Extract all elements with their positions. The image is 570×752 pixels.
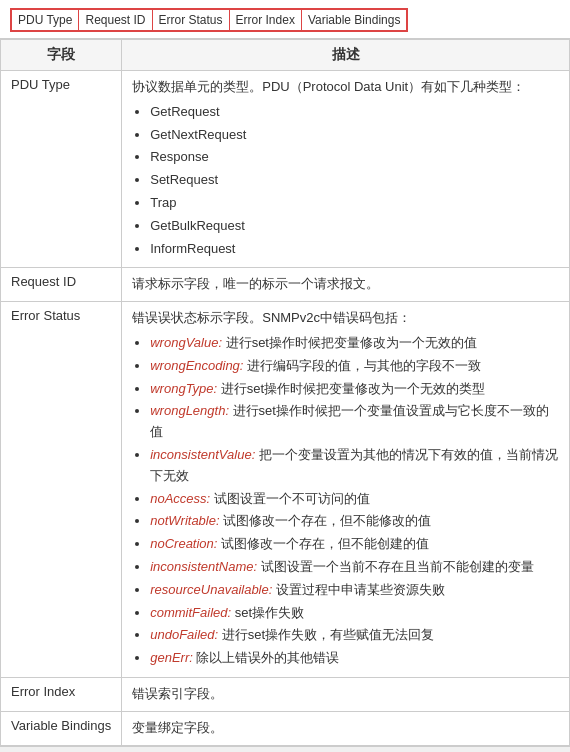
- pdu-header-table: PDU TypeRequest IDError StatusError Inde…: [10, 8, 408, 32]
- desc-text-4: 变量绑定字段。: [132, 720, 223, 735]
- desc-cell-4: 变量绑定字段。: [122, 711, 570, 745]
- list-item: InformRequest: [150, 239, 559, 260]
- list-item: wrongValue: 进行set操作时候把变量修改为一个无效的值: [150, 333, 559, 354]
- desc-cell-1: 请求标示字段，唯一的标示一个请求报文。: [122, 268, 570, 302]
- col-header-field: 字段: [1, 40, 122, 71]
- list-item-key: genErr:: [150, 650, 193, 665]
- main-content-table: 字段 描述 PDU Type协议数据单元的类型。PDU（Protocol Dat…: [0, 39, 570, 746]
- table-row: Request ID请求标示字段，唯一的标示一个请求报文。: [1, 268, 570, 302]
- table-row: Error Status错误误状态标示字段。SNMPv2c中错误码包括：wron…: [1, 302, 570, 678]
- list-item-key: wrongType:: [150, 381, 217, 396]
- list-item: GetNextRequest: [150, 125, 559, 146]
- list-item-key: wrongLength:: [150, 403, 229, 418]
- list-item-key: notWritable:: [150, 513, 219, 528]
- desc-text-3: 错误索引字段。: [132, 686, 223, 701]
- field-cell-0: PDU Type: [1, 71, 122, 268]
- list-item-key: noCreation:: [150, 536, 217, 551]
- field-cell-1: Request ID: [1, 268, 122, 302]
- list-item: commitFailed: set操作失败: [150, 603, 559, 624]
- table-row: Error Index错误索引字段。: [1, 677, 570, 711]
- header-table-area: PDU TypeRequest IDError StatusError Inde…: [0, 0, 570, 39]
- desc-text-0: 协议数据单元的类型。PDU（Protocol Data Unit）有如下几种类型…: [132, 79, 525, 94]
- list-item: inconsistentValue: 把一个变量设置为其他的情况下有效的值，当前…: [150, 445, 559, 487]
- list-item-key: commitFailed:: [150, 605, 231, 620]
- pdu-col-pdu-type: PDU Type: [11, 9, 79, 31]
- list-item: undoFailed: 进行set操作失败，有些赋值无法回复: [150, 625, 559, 646]
- col-header-desc: 描述: [122, 40, 570, 71]
- list-item: GetRequest: [150, 102, 559, 123]
- list-item: wrongEncoding: 进行编码字段的值，与其他的字段不一致: [150, 356, 559, 377]
- list-item-key: wrongEncoding:: [150, 358, 243, 373]
- field-cell-3: Error Index: [1, 677, 122, 711]
- list-item: SetRequest: [150, 170, 559, 191]
- desc-text-1: 请求标示字段，唯一的标示一个请求报文。: [132, 276, 379, 291]
- field-cell-2: Error Status: [1, 302, 122, 678]
- list-item: wrongLength: 进行set操作时候把一个变量值设置成与它长度不一致的值: [150, 401, 559, 443]
- list-item: Response: [150, 147, 559, 168]
- pdu-col-variable-bindings: Variable Bindings: [301, 9, 407, 31]
- list-item-key: noAccess:: [150, 491, 210, 506]
- field-cell-4: Variable Bindings: [1, 711, 122, 745]
- list-item: noAccess: 试图设置一个不可访问的值: [150, 489, 559, 510]
- list-item: genErr: 除以上错误外的其他错误: [150, 648, 559, 669]
- list-item: Trap: [150, 193, 559, 214]
- table-row: Variable Bindings变量绑定字段。: [1, 711, 570, 745]
- list-item-key: undoFailed:: [150, 627, 218, 642]
- list-item: noCreation: 试图修改一个存在，但不能创建的值: [150, 534, 559, 555]
- pdu-col-request-id: Request ID: [79, 9, 152, 31]
- list-item: GetBulkRequest: [150, 216, 559, 237]
- list-item-key: inconsistentName:: [150, 559, 257, 574]
- list-item-key: wrongValue:: [150, 335, 222, 350]
- list-item: notWritable: 试图修改一个存在，但不能修改的值: [150, 511, 559, 532]
- desc-list-2: wrongValue: 进行set操作时候把变量修改为一个无效的值wrongEn…: [132, 333, 559, 669]
- pdu-col-error-index: Error Index: [229, 9, 301, 31]
- list-item: resourceUnavailable: 设置过程中申请某些资源失败: [150, 580, 559, 601]
- list-item: wrongType: 进行set操作时候把变量修改为一个无效的类型: [150, 379, 559, 400]
- desc-list-0: GetRequestGetNextRequestResponseSetReque…: [132, 102, 559, 260]
- list-item: inconsistentName: 试图设置一个当前不存在且当前不能创建的变量: [150, 557, 559, 578]
- desc-cell-3: 错误索引字段。: [122, 677, 570, 711]
- list-item-key: resourceUnavailable:: [150, 582, 272, 597]
- pdu-col-error-status: Error Status: [152, 9, 229, 31]
- desc-cell-0: 协议数据单元的类型。PDU（Protocol Data Unit）有如下几种类型…: [122, 71, 570, 268]
- footer-bar: CSDN @咸鱼-9503号·棠鸟级: [0, 746, 570, 752]
- table-row: PDU Type协议数据单元的类型。PDU（Protocol Data Unit…: [1, 71, 570, 268]
- desc-text-2: 错误误状态标示字段。SNMPv2c中错误码包括：: [132, 310, 411, 325]
- desc-cell-2: 错误误状态标示字段。SNMPv2c中错误码包括：wrongValue: 进行se…: [122, 302, 570, 678]
- list-item-key: inconsistentValue:: [150, 447, 255, 462]
